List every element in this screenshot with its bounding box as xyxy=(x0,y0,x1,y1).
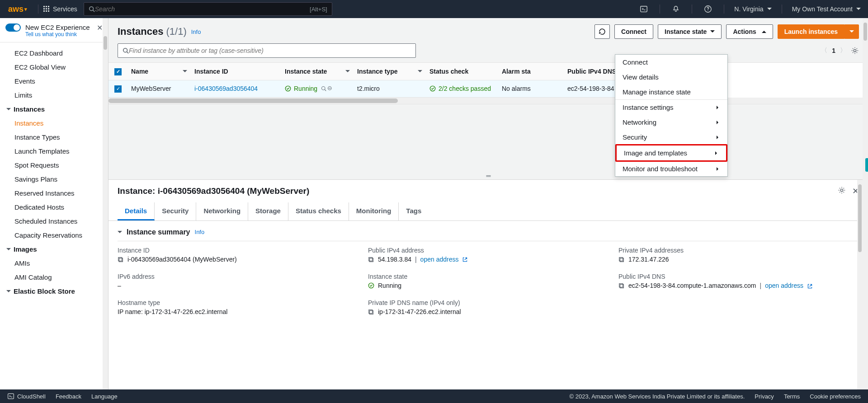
row-checkbox[interactable]: ✓ xyxy=(114,85,122,93)
state-actions[interactable] xyxy=(321,86,333,91)
sidebar-item-events[interactable]: Events xyxy=(0,74,108,88)
col-public-dns[interactable]: Public IPv4 DNS xyxy=(567,68,616,75)
close-icon[interactable]: ✕ xyxy=(97,23,103,32)
copy-icon[interactable] xyxy=(368,308,374,315)
open-address-link[interactable]: open address xyxy=(765,282,803,289)
col-alarm-status[interactable]: Alarm sta xyxy=(502,68,531,75)
detail-settings[interactable] xyxy=(838,186,846,196)
actions-connect[interactable]: Connect xyxy=(615,55,727,70)
aws-logo[interactable]: aws▾ xyxy=(8,5,27,14)
experience-toggle[interactable] xyxy=(5,23,21,32)
select-all-checkbox[interactable]: ✓ xyxy=(114,68,122,75)
services-menu[interactable]: Services xyxy=(43,5,77,13)
help-icon[interactable] xyxy=(702,3,714,15)
side-handle[interactable] xyxy=(865,158,868,172)
col-instance-type[interactable]: Instance type xyxy=(357,68,397,75)
sidebar-item-launch-templates[interactable]: Launch Templates xyxy=(0,144,108,158)
tab-tags[interactable]: Tags xyxy=(399,202,429,220)
cloudshell-icon[interactable] xyxy=(638,3,650,15)
sidebar-item-reserved-instances[interactable]: Reserved Instances xyxy=(0,186,108,200)
copy-icon[interactable] xyxy=(618,256,625,263)
footer-privacy[interactable]: Privacy xyxy=(755,393,774,400)
sidebar-item-ec2-dashboard[interactable]: EC2 Dashboard xyxy=(0,46,108,60)
sidebar-item-instance-types[interactable]: Instance Types xyxy=(0,130,108,144)
cell-instance-state: Running xyxy=(285,85,317,92)
account-selector[interactable]: My Own Test Account xyxy=(792,5,861,13)
search-icon xyxy=(123,47,129,54)
sidebar-item-instances[interactable]: Instances xyxy=(0,116,108,130)
region-selector[interactable]: N. Virginia xyxy=(734,5,771,13)
table-settings-button[interactable] xyxy=(851,47,859,55)
actions-instance-settings[interactable]: Instance settings xyxy=(615,99,727,115)
sidebar-item-spot-requests[interactable]: Spot Requests xyxy=(0,158,108,172)
sidebar-item-ami-catalog[interactable]: AMI Catalog xyxy=(0,270,108,284)
sidebar-section-images[interactable]: Images xyxy=(0,242,108,256)
sidebar-section-instances[interactable]: Instances xyxy=(0,102,108,116)
footer-terms[interactable]: Terms xyxy=(784,393,800,400)
col-status-check[interactable]: Status check xyxy=(429,68,468,75)
detail-tabs: Details Security Networking Storage Stat… xyxy=(108,202,868,221)
bell-icon[interactable] xyxy=(670,3,682,15)
tab-details[interactable]: Details xyxy=(118,202,155,220)
pager-prev[interactable]: 〈 xyxy=(821,47,827,55)
launch-instances-button[interactable]: Launch instances xyxy=(778,24,844,39)
tab-monitoring[interactable]: Monitoring xyxy=(349,202,399,220)
tab-status-checks[interactable]: Status checks xyxy=(288,202,349,220)
table-horizontal-scrollbar[interactable]: ◀▶ xyxy=(108,98,868,104)
sidebar-scrollbar[interactable] xyxy=(103,18,108,389)
col-instance-state[interactable]: Instance state xyxy=(285,68,327,75)
external-link-icon xyxy=(807,282,813,289)
pager-page[interactable]: 1 xyxy=(832,47,835,54)
copy-icon[interactable] xyxy=(368,256,374,263)
global-search[interactable]: [Alt+S] xyxy=(84,2,332,16)
connect-button[interactable]: Connect xyxy=(614,24,653,39)
actions-monitor-troubleshoot[interactable]: Monitor and troubleshoot xyxy=(615,161,727,176)
sidebar-section-ebs[interactable]: Elastic Block Store xyxy=(0,284,108,298)
sidebar-item-savings-plans[interactable]: Savings Plans xyxy=(0,172,108,186)
actions-button[interactable]: Actions xyxy=(726,24,773,39)
footer-language[interactable]: Language xyxy=(91,393,118,400)
instance-filter[interactable] xyxy=(118,43,416,58)
actions-networking[interactable]: Networking xyxy=(615,115,727,130)
instance-filter-input[interactable] xyxy=(129,47,411,54)
tab-security[interactable]: Security xyxy=(155,202,196,220)
footer-cookies[interactable]: Cookie preferences xyxy=(810,393,861,400)
footer-cloudshell[interactable]: CloudShell xyxy=(7,393,46,400)
experience-sub[interactable]: Tell us what you think xyxy=(25,31,90,37)
col-name[interactable]: Name xyxy=(131,68,148,75)
sidebar-item-capacity-reservations[interactable]: Capacity Reservations xyxy=(0,228,108,242)
col-name-filter[interactable] xyxy=(183,70,187,75)
actions-view-details[interactable]: View details xyxy=(615,70,727,84)
tab-networking[interactable]: Networking xyxy=(196,202,248,220)
detail-resize-handle[interactable]: ═ xyxy=(108,172,868,179)
footer-copyright: © 2023, Amazon Web Services India Privat… xyxy=(570,393,745,400)
sidebar-item-amis[interactable]: AMIs xyxy=(0,256,108,270)
sidebar-item-limits[interactable]: Limits xyxy=(0,88,108,102)
global-search-input[interactable] xyxy=(95,5,310,13)
open-address-link[interactable]: open address xyxy=(420,256,459,263)
copy-icon[interactable] xyxy=(118,256,124,263)
cell-instance-id[interactable]: i-06430569ad3056404 xyxy=(194,85,258,92)
main-scrollbar[interactable] xyxy=(863,18,868,389)
page-title-info[interactable]: Info xyxy=(191,28,201,35)
sidebar-item-scheduled-instances[interactable]: Scheduled Instances xyxy=(0,214,108,228)
launch-instances-dropdown[interactable] xyxy=(844,24,859,39)
col-state-filter[interactable] xyxy=(345,70,350,75)
footer-feedback[interactable]: Feedback xyxy=(56,393,81,400)
col-instance-id[interactable]: Instance ID xyxy=(194,68,228,75)
detail-scrollbar[interactable] xyxy=(857,180,863,390)
actions-security[interactable]: Security xyxy=(615,130,727,145)
refresh-button[interactable] xyxy=(594,24,610,39)
instance-state-button[interactable]: Instance state xyxy=(658,24,722,39)
svg-rect-1 xyxy=(46,6,47,7)
refresh-icon xyxy=(599,28,606,35)
actions-manage-state[interactable]: Manage instance state xyxy=(615,84,727,99)
pager-next[interactable]: 〉 xyxy=(840,47,846,55)
copy-icon[interactable] xyxy=(618,282,625,289)
sidebar-item-ec2-global-view[interactable]: EC2 Global View xyxy=(0,60,108,74)
tab-storage[interactable]: Storage xyxy=(248,202,288,220)
sidebar-item-dedicated-hosts[interactable]: Dedicated Hosts xyxy=(0,200,108,214)
col-type-filter[interactable] xyxy=(418,70,422,75)
actions-image-templates[interactable]: Image and templates xyxy=(615,144,727,162)
summary-header[interactable]: Instance summary Info xyxy=(118,228,859,236)
